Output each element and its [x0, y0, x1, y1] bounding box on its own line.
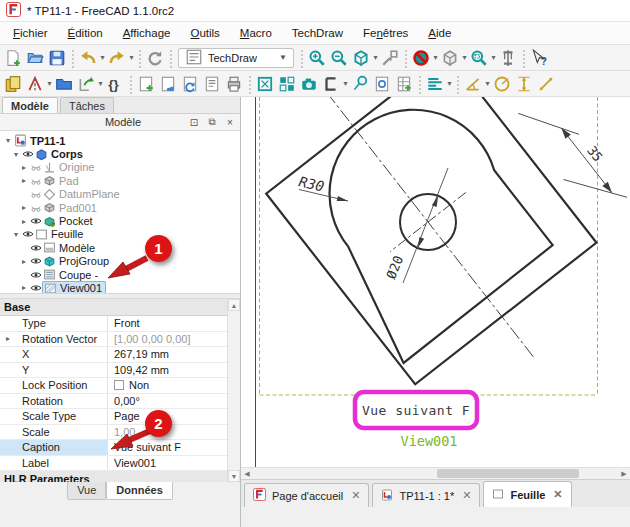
- redraw-page-icon[interactable]: [201, 73, 223, 95]
- caption-text[interactable]: Vue suivant F: [362, 403, 470, 418]
- braces-icon[interactable]: {}: [104, 73, 126, 95]
- tree-item-origine[interactable]: ▸Origine: [0, 161, 240, 174]
- expand-arrow-icon[interactable]: ▸: [19, 283, 29, 292]
- expand-arrow-icon[interactable]: ▾: [3, 136, 13, 145]
- measure-icon[interactable]: [497, 47, 519, 69]
- insert-spreadsheet-icon[interactable]: [393, 73, 415, 95]
- zoom-region-icon[interactable]: [468, 47, 490, 69]
- insert-balloon-icon[interactable]: [349, 73, 371, 95]
- expand-arrow-icon[interactable]: ▾: [11, 150, 21, 159]
- dropdown-caret-icon[interactable]: ▾: [490, 53, 497, 62]
- expand-arrow-icon[interactable]: ▸: [19, 176, 29, 185]
- dimension-vertical-icon[interactable]: [513, 73, 535, 95]
- menu-fentres[interactable]: Fenêtres: [354, 24, 417, 42]
- property-row-lock-position[interactable]: Lock PositionNon: [0, 378, 240, 394]
- workbench-selector[interactable]: TechDraw▼: [178, 48, 294, 68]
- visibility-eye-icon[interactable]: [29, 242, 42, 254]
- close-tab-icon[interactable]: ✕: [551, 488, 562, 501]
- whats-this-icon[interactable]: ?: [528, 47, 550, 69]
- expand-arrow-icon[interactable]: ▸: [19, 203, 29, 212]
- dropdown-caret-icon[interactable]: ▾: [99, 53, 106, 62]
- scroll-right-icon[interactable]: ▶: [618, 468, 630, 479]
- tree-item-pocket[interactable]: ▸Pocket: [0, 214, 240, 227]
- doc-tab-page-d-accueil[interactable]: Page d'accueil✕: [244, 483, 369, 507]
- doc-tab-tp11-1-1-[interactable]: TP11-1 : 1*✕: [372, 483, 480, 507]
- menu-dition[interactable]: Édition: [59, 24, 112, 42]
- expand-arrow-icon[interactable]: ▾: [11, 230, 21, 239]
- property-value[interactable]: View001: [108, 456, 240, 471]
- insert-camera-view-icon[interactable]: [298, 73, 320, 95]
- dropdown-caret-icon[interactable]: ▾: [432, 53, 439, 62]
- fit-all-icon[interactable]: [350, 47, 372, 69]
- nav-block-icon[interactable]: [410, 47, 432, 69]
- sync-camera-icon[interactable]: [379, 47, 401, 69]
- scrollbar-thumb[interactable]: [437, 469, 579, 478]
- insert-image-icon[interactable]: [371, 73, 393, 95]
- checkbox-icon[interactable]: [114, 380, 124, 390]
- refresh-icon[interactable]: [144, 47, 166, 69]
- property-row-y[interactable]: Y109,42 mm: [0, 363, 240, 379]
- close-tab-icon[interactable]: ✕: [460, 489, 471, 502]
- menu-aide[interactable]: Aide: [419, 24, 460, 42]
- property-value[interactable]: Non: [108, 378, 240, 393]
- visibility-eye-icon[interactable]: [21, 148, 34, 160]
- new-document-icon[interactable]: [2, 47, 24, 69]
- dropdown-caret-icon[interactable]: ▾: [372, 53, 379, 62]
- property-row-x[interactable]: X267,19 mm: [0, 347, 240, 363]
- visibility-eye-icon[interactable]: [21, 228, 34, 240]
- property-row-rotation[interactable]: Rotation0,00°: [0, 394, 240, 410]
- line-attributes-icon[interactable]: [424, 73, 446, 95]
- doc-tab-feuille[interactable]: Feuille✕: [483, 481, 571, 507]
- dimension-angle-icon[interactable]: [462, 73, 484, 95]
- dropdown-caret-icon[interactable]: ▾: [97, 79, 104, 88]
- save-document-icon[interactable]: [46, 47, 68, 69]
- float-panel-icon[interactable]: ⧉: [204, 115, 220, 129]
- tree-item-corps[interactable]: ▾Corps: [0, 147, 240, 160]
- property-row-scale-type[interactable]: Scale TypePage: [0, 409, 240, 425]
- visibility-eye-icon[interactable]: [29, 202, 42, 214]
- insert-view-icon[interactable]: [254, 73, 276, 95]
- techdraw-page-view[interactable]: 35 Ø20 R30 V: [241, 97, 630, 467]
- dimension-radius-icon[interactable]: [491, 73, 513, 95]
- property-value[interactable]: [1,00 0,00 0,00]: [108, 332, 240, 347]
- techdraw-pages-icon[interactable]: [2, 73, 24, 95]
- property-row-type[interactable]: TypeFront: [0, 316, 240, 332]
- close-tab-icon[interactable]: ✕: [349, 489, 360, 502]
- property-value[interactable]: Front: [108, 316, 240, 331]
- tree-item-tp111[interactable]: ▾TP11-1: [0, 134, 240, 147]
- dimension-oblique-icon[interactable]: [535, 73, 557, 95]
- dock-panel-icon[interactable]: ⊡: [186, 115, 202, 129]
- menu-outils[interactable]: Outils: [181, 24, 228, 42]
- dropdown-caret-icon[interactable]: ▾: [342, 79, 349, 88]
- tree-item-datumplane[interactable]: DatumPlane: [0, 188, 240, 201]
- open-document-icon[interactable]: [24, 47, 46, 69]
- dropdown-caret-icon[interactable]: ▾: [128, 53, 135, 62]
- visibility-eye-icon[interactable]: [29, 255, 42, 267]
- menu-techdraw[interactable]: TechDraw: [283, 24, 352, 42]
- menu-fichier[interactable]: Fichier: [4, 24, 57, 42]
- axonometric-view-icon[interactable]: [439, 47, 461, 69]
- property-section-hlr[interactable]: HLR Parameters: [0, 471, 240, 482]
- expand-arrow-icon[interactable]: ▸: [19, 257, 29, 266]
- scroll-down-icon[interactable]: ▼: [228, 470, 240, 482]
- visibility-eye-icon[interactable]: [29, 161, 42, 173]
- menu-affichage[interactable]: Affichage: [114, 24, 180, 42]
- visibility-eye-icon[interactable]: [29, 282, 42, 293]
- visibility-eye-icon[interactable]: [29, 188, 42, 200]
- scroll-left-icon[interactable]: ◀: [241, 468, 253, 479]
- new-page-template-icon[interactable]: [157, 73, 179, 95]
- tree-item-feuille[interactable]: ▾Feuille: [0, 228, 240, 241]
- horizontal-scrollbar[interactable]: ◀ ▶: [241, 467, 630, 479]
- dropdown-caret-icon[interactable]: ▾: [461, 53, 468, 62]
- view-label-text[interactable]: View001: [401, 433, 458, 449]
- export-page-icon[interactable]: [75, 73, 97, 95]
- tree-item-view001[interactable]: ▸View001: [0, 281, 240, 293]
- tab-vue[interactable]: Vue: [67, 482, 106, 500]
- property-value[interactable]: Page: [108, 409, 240, 424]
- visibility-eye-icon[interactable]: [29, 175, 42, 187]
- property-row-label[interactable]: LabelView001: [0, 456, 240, 472]
- property-row-rotation-vector[interactable]: ▸Rotation Vector[1,00 0,00 0,00]: [0, 332, 240, 348]
- view-caption[interactable]: Vue suivant F: [355, 392, 477, 428]
- insert-axis-icon[interactable]: [24, 73, 46, 95]
- dropdown-caret-icon[interactable]: ▾: [446, 79, 453, 88]
